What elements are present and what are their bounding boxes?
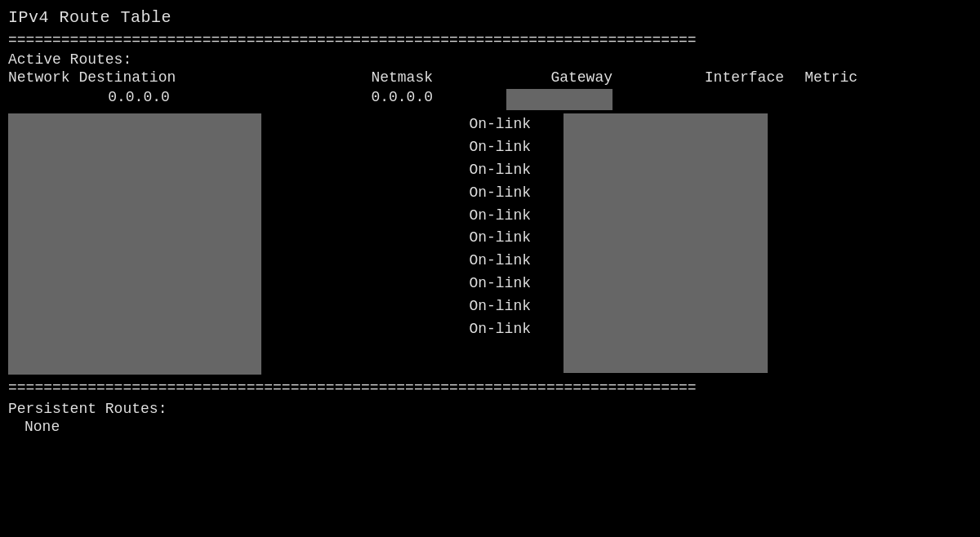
interface-column: [547, 113, 768, 373]
col-header-destination: Network Destination: [8, 69, 270, 86]
on-link-6: On-link: [469, 227, 531, 250]
gateway-redacted-block: [506, 89, 612, 110]
destination-redacted-block: [8, 113, 261, 375]
col-header-gateway: Gateway: [449, 69, 629, 86]
on-link-7: On-link: [469, 250, 531, 273]
active-routes-label: Active Routes:: [8, 51, 972, 68]
on-link-9: On-link: [469, 295, 531, 318]
top-divider: ========================================…: [8, 32, 972, 48]
col-header-interface: Interface: [629, 69, 792, 86]
on-link-10: On-link: [469, 318, 531, 341]
persistent-routes-label: Persistent Routes:: [8, 401, 972, 417]
on-link-8: On-link: [469, 273, 531, 295]
on-link-1: On-link: [469, 113, 531, 136]
page-title: IPv4 Route Table: [8, 8, 972, 27]
gateway-column: On-link On-link On-link On-link On-link …: [368, 113, 547, 341]
on-link-5: On-link: [469, 205, 531, 228]
on-link-3: On-link: [469, 159, 531, 182]
persistent-none: None: [8, 419, 972, 435]
interface-redacted-block: [564, 113, 768, 373]
first-row-destination: 0.0.0.0: [8, 89, 270, 105]
bottom-divider: ========================================…: [8, 379, 972, 396]
first-row-netmask: 0.0.0.0: [270, 89, 449, 105]
col-header-metric: Metric: [792, 69, 858, 86]
col-header-netmask: Netmask: [270, 69, 449, 86]
on-link-2: On-link: [469, 136, 531, 159]
on-link-4: On-link: [469, 182, 531, 205]
